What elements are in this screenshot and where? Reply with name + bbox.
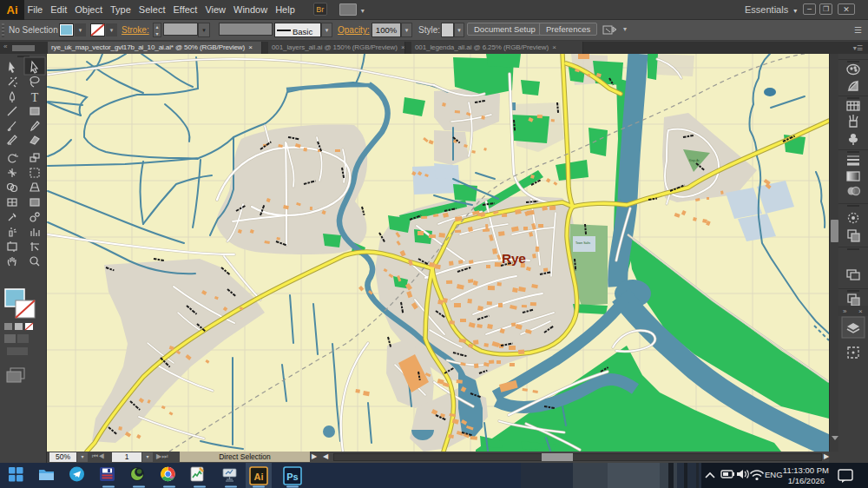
svg-text:Town Salts: Town Salts (575, 241, 590, 245)
svg-text:Ai: Ai (254, 472, 264, 482)
svg-text:Kings Av: Kings Av (689, 159, 700, 162)
svg-text:Rye: Rye (502, 251, 526, 266)
svg-text:»: » (843, 307, 847, 315)
svg-text:T: T (31, 91, 39, 104)
svg-text:1/16/2026: 1/16/2026 (788, 476, 825, 485)
svg-text:ENG: ENG (765, 470, 783, 479)
svg-text:Ps: Ps (286, 472, 298, 482)
svg-text:11:13:00 PM: 11:13:00 PM (783, 465, 829, 475)
svg-text:×: × (858, 307, 863, 315)
